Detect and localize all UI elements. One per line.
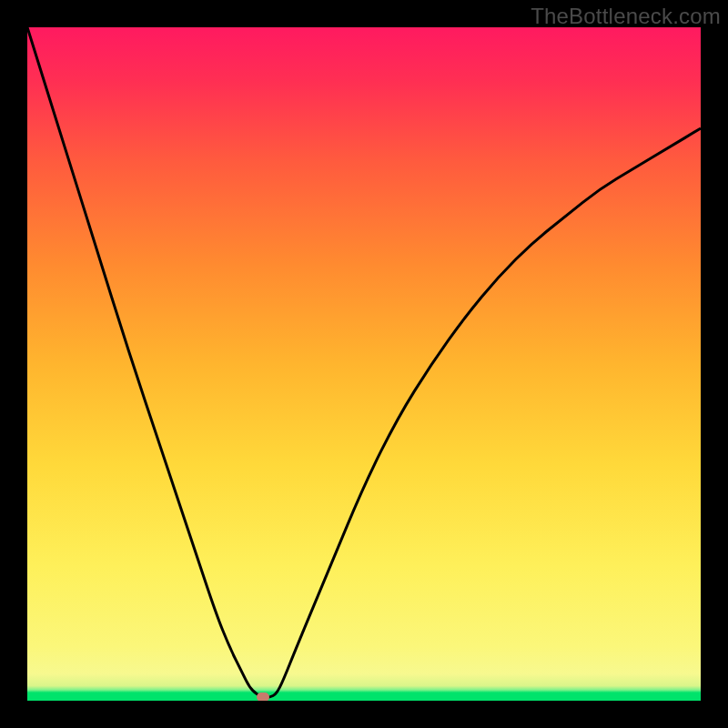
plot-area — [27, 27, 701, 701]
optimal-point-marker — [257, 693, 269, 701]
bottleneck-curve — [27, 27, 701, 701]
watermark-text: TheBottleneck.com — [531, 4, 721, 29]
chart-frame: TheBottleneck.com — [0, 0, 728, 728]
curve-path — [27, 27, 701, 697]
